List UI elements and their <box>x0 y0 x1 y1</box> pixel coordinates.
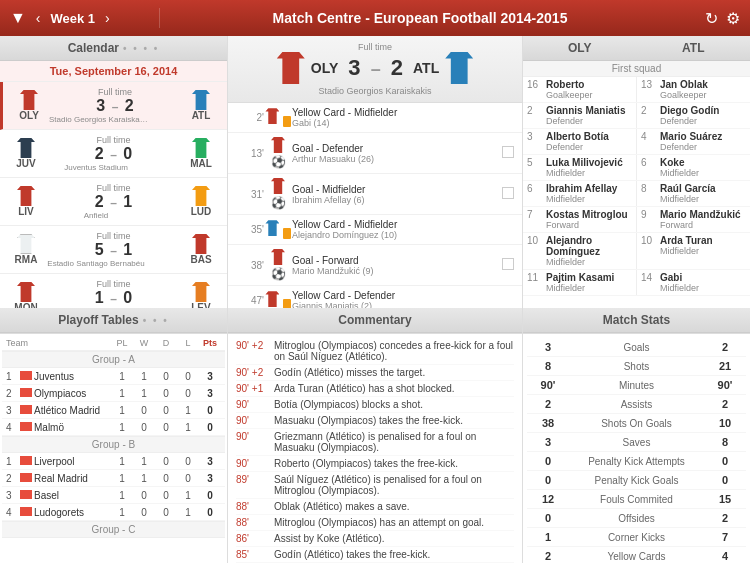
stats-label: Match Stats <box>603 313 670 327</box>
squad-name: Mario Mandžukić <box>660 209 746 220</box>
pr-l: 1 <box>177 405 199 416</box>
event-checkbox[interactable] <box>500 146 516 160</box>
squad-info: Pajtim Kasami Midfielder <box>546 272 632 293</box>
squad-num: 13 <box>641 79 657 90</box>
event-row: 13' ⚽ Goal - Defender Arthur Masuaku (26… <box>228 133 522 174</box>
squad-away-player: 2 Diego Godín Defender <box>637 103 750 128</box>
match-row[interactable]: OLY Full time 3 – 2 Stadio Georgios Kara… <box>0 82 227 130</box>
pr-pl: 1 <box>111 490 133 501</box>
match-row[interactable]: LIV Full time 2 – 1 Anfield LUD <box>0 178 227 226</box>
squad-pos: Goalkeeper <box>546 90 632 100</box>
left-panel: Calendar • • • • Tue, September 16, 2014… <box>0 36 228 563</box>
home-abbr: OLY <box>19 110 39 121</box>
playoff-row: 3 Basel 1 0 0 1 0 <box>2 487 225 504</box>
squad-info: Arda Turan Midfielder <box>660 235 746 256</box>
match-row[interactable]: JUV Full time 2 – 0 Juventus Stadium MAL <box>0 130 227 178</box>
event-checkbox[interactable] <box>500 258 516 272</box>
commentary-header: Commentary <box>228 308 522 333</box>
pr-l: 0 <box>177 371 199 382</box>
stats-home-val: 0 <box>533 455 563 467</box>
stats-away-val: 2 <box>710 341 740 353</box>
playoff-row: 2 Real Madrid 1 1 0 0 3 <box>2 470 225 487</box>
squad-info: Koke Midfielder <box>660 157 746 178</box>
match-info: Full time 2 – 1 Anfield <box>46 183 181 220</box>
right-panel: OLY ATL First squad 16 Roberto Goalkeepe… <box>522 36 750 563</box>
event-title: Goal - Defender <box>292 143 500 154</box>
settings-icon[interactable]: ⚙ <box>726 9 740 28</box>
squad-num: 6 <box>527 183 543 194</box>
pr-flag <box>20 455 34 467</box>
stats-row: 1 Corner Kicks 7 <box>527 528 746 547</box>
stats-away-val: 15 <box>710 493 740 505</box>
squad-info: Mario Suárez Defender <box>660 131 746 152</box>
pr-d: 0 <box>155 371 177 382</box>
commentary-text: Botía (Olympiacos) blocks a shot. <box>274 399 514 410</box>
home-team-col: OLY <box>9 90 49 121</box>
next-week-button[interactable]: › <box>101 8 114 28</box>
stats-home-val: 1 <box>533 531 563 543</box>
commentary-text: Saúl Níguez (Atlético) is penalised for … <box>274 474 514 496</box>
events-section: 2' Yellow Card - Midfielder Gabi (14) 13… <box>228 103 522 308</box>
squad-num: 10 <box>641 235 657 246</box>
event-title: Goal - Midfielder <box>292 184 500 195</box>
pr-d: 0 <box>155 456 177 467</box>
commentary-row: 90' +2 Godín (Atlético) misses the targe… <box>236 365 514 381</box>
goal-icon: ⚽ <box>271 267 286 281</box>
stats-row: 8 Shots 21 <box>527 357 746 376</box>
event-checkbox[interactable] <box>500 187 516 201</box>
away-abbr: LUD <box>191 206 212 217</box>
match-info: Full time 5 – 1 Estadio Santiago Bernabé… <box>46 231 181 268</box>
squad-away-player: 4 Mario Suárez Defender <box>637 129 750 154</box>
stats-away-val: 8 <box>710 436 740 448</box>
squad-name: Arda Turan <box>660 235 746 246</box>
squad-name: Jan Oblak <box>660 79 746 90</box>
squad-away-player: 9 Mario Mandžukić Forward <box>637 207 750 232</box>
pr-pts: 3 <box>199 388 221 399</box>
pr-pts: 3 <box>199 456 221 467</box>
squad-info: Jan Oblak Goalkeeper <box>660 79 746 100</box>
pr-l: 1 <box>177 422 199 433</box>
match-home-abbr: OLY <box>311 60 339 76</box>
squad-pos: Defender <box>660 116 746 126</box>
squad-name: Kostas Mitroglou <box>546 209 632 220</box>
filter-icon[interactable]: ▼ <box>10 9 26 27</box>
stats-away-val: 0 <box>710 455 740 467</box>
squad-name: Mario Suárez <box>660 131 746 142</box>
match-score-display: 2 – 0 <box>46 145 181 163</box>
pr-flag <box>20 387 34 399</box>
jersey-icon <box>265 220 279 236</box>
commentary-section: 90' +2 Mitroglou (Olympiacos) concedes a… <box>228 333 522 563</box>
pr-d: 0 <box>155 490 177 501</box>
pr-name: Real Madrid <box>34 473 111 484</box>
squad-pos: Goalkeeper <box>660 90 746 100</box>
squad-pos: Midfielder <box>660 194 746 204</box>
squad-name: Alejandro Domínguez <box>546 235 632 257</box>
top-header: ▼ ‹ Week 1 › Match Centre - European Foo… <box>0 0 750 36</box>
squad-num: 4 <box>641 131 657 142</box>
calendar-section: Tue, September 16, 2014 OLY Full time 3 … <box>0 61 227 308</box>
stats-label: Shots <box>563 361 710 372</box>
pr-pl: 1 <box>111 422 133 433</box>
prev-week-button[interactable]: ‹ <box>32 8 45 28</box>
refresh-icon[interactable]: ↻ <box>705 9 718 28</box>
stats-away-val: 7 <box>710 531 740 543</box>
commentary-minute: 90' +1 <box>236 383 268 394</box>
event-minute: 35' <box>234 224 264 235</box>
squad-home-header: OLY <box>523 36 637 61</box>
pr-rank: 4 <box>6 422 20 433</box>
event-icon <box>264 291 292 308</box>
squad-team-headers: OLY ATL <box>523 36 750 61</box>
event-minute: 31' <box>234 189 264 200</box>
pr-pl: 1 <box>111 405 133 416</box>
match-row[interactable]: MON Full time 1 – 0 Stade Louis II LEV <box>0 274 227 308</box>
pr-name: Liverpool <box>34 456 111 467</box>
commentary-row: 90' Botía (Olympiacos) blocks a shot. <box>236 397 514 413</box>
match-row[interactable]: RMA Full time 5 – 1 Estadio Santiago Ber… <box>0 226 227 274</box>
match-score-display: 5 – 1 <box>46 241 181 259</box>
playoff-row: 3 Atlético Madrid 1 0 0 1 0 <box>2 402 225 419</box>
pr-flag <box>20 472 34 484</box>
app-title: Match Centre - European Football 2014-20… <box>160 10 680 26</box>
pr-flag <box>20 404 34 416</box>
squad-row: 2 Giannis Maniatis Defender 2 Diego Godí… <box>523 103 750 129</box>
squad-num: 16 <box>527 79 543 90</box>
